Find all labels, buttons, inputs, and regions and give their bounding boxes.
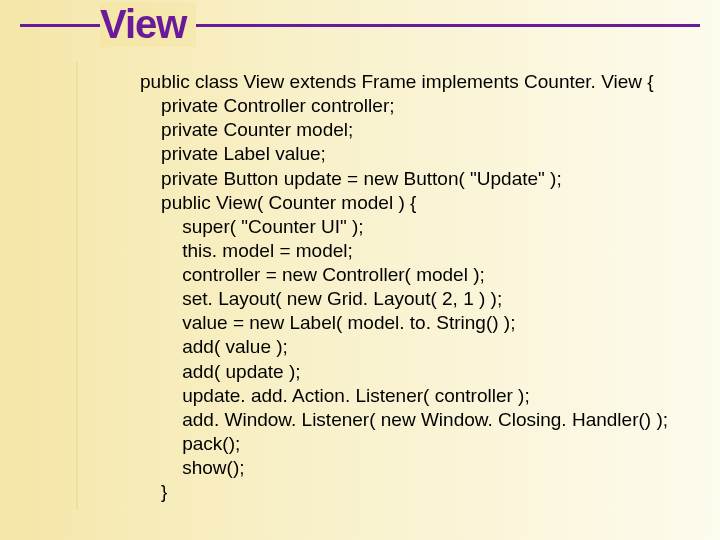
slide-title: View	[100, 2, 196, 47]
code-block: public class View extends Frame implemen…	[140, 70, 690, 504]
slide-title-area: View	[20, 2, 700, 47]
slide-content: public class View extends Frame implemen…	[60, 70, 690, 504]
